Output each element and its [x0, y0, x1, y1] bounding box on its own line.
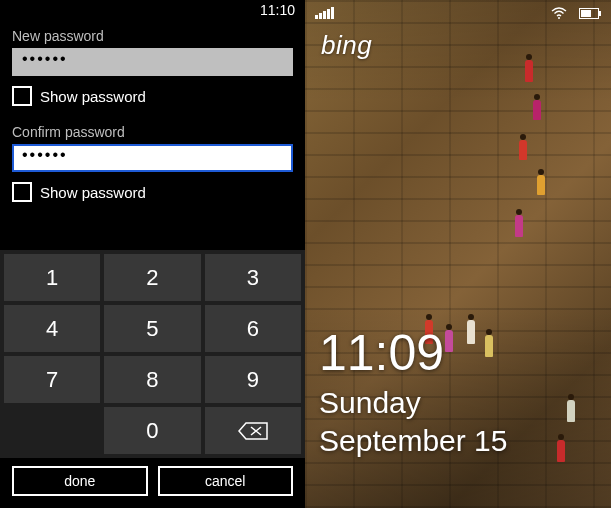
- status-bar: [305, 4, 611, 22]
- show-password-row-2[interactable]: Show password: [12, 182, 293, 202]
- lock-time: 11:09: [319, 328, 444, 378]
- key-blank: [4, 407, 100, 454]
- new-password-input[interactable]: ••••••: [12, 48, 293, 76]
- password-form: New password •••••• Show password Confir…: [0, 20, 305, 250]
- confirm-password-label: Confirm password: [12, 124, 293, 140]
- key-9[interactable]: 9: [205, 356, 301, 403]
- wallpaper-figure: [445, 330, 453, 352]
- new-password-label: New password: [12, 28, 293, 44]
- lock-day: Sunday: [319, 388, 421, 418]
- numeric-keypad: 1 2 3 4 5 6 7 8 9 0: [0, 250, 305, 458]
- wallpaper-figure: [467, 320, 475, 344]
- done-button[interactable]: done: [12, 466, 148, 496]
- status-bar: 11:10: [0, 0, 305, 20]
- svg-rect-3: [581, 10, 591, 17]
- wallpaper-figure: [485, 335, 493, 357]
- key-0[interactable]: 0: [104, 407, 200, 454]
- backspace-icon: [238, 422, 268, 440]
- cancel-button[interactable]: cancel: [158, 466, 294, 496]
- key-backspace[interactable]: [205, 407, 301, 454]
- key-7[interactable]: 7: [4, 356, 100, 403]
- key-6[interactable]: 6: [205, 305, 301, 352]
- key-8[interactable]: 8: [104, 356, 200, 403]
- wallpaper-figure: [525, 60, 533, 82]
- svg-rect-2: [599, 11, 601, 16]
- show-password-row-1[interactable]: Show password: [12, 86, 293, 106]
- lock-screen[interactable]: bing 11:09 Sunday September 15: [305, 0, 611, 508]
- key-1[interactable]: 1: [4, 254, 100, 301]
- password-setup-screen: 11:10 New password •••••• Show password …: [0, 0, 305, 508]
- key-2[interactable]: 2: [104, 254, 200, 301]
- show-password-label-1: Show password: [40, 88, 146, 105]
- wallpaper-figure: [533, 100, 541, 120]
- key-4[interactable]: 4: [4, 305, 100, 352]
- status-clock: 11:10: [260, 2, 295, 18]
- show-password-label-2: Show password: [40, 184, 146, 201]
- wallpaper-figure: [515, 215, 523, 237]
- wifi-icon: [551, 7, 567, 19]
- battery-icon: [579, 8, 601, 19]
- svg-point-0: [558, 17, 560, 19]
- show-password-checkbox-1[interactable]: [12, 86, 32, 106]
- wallpaper-figure: [557, 440, 565, 462]
- confirm-password-input[interactable]: ••••••: [12, 144, 293, 172]
- wallpaper-figure: [567, 400, 575, 422]
- wallpaper-figure: [537, 175, 545, 195]
- bing-logo: bing: [321, 30, 372, 61]
- signal-icon: [315, 7, 334, 19]
- wallpaper-figure: [519, 140, 527, 160]
- show-password-checkbox-2[interactable]: [12, 182, 32, 202]
- action-buttons: done cancel: [0, 458, 305, 508]
- lock-date: September 15: [319, 426, 507, 456]
- key-5[interactable]: 5: [104, 305, 200, 352]
- key-3[interactable]: 3: [205, 254, 301, 301]
